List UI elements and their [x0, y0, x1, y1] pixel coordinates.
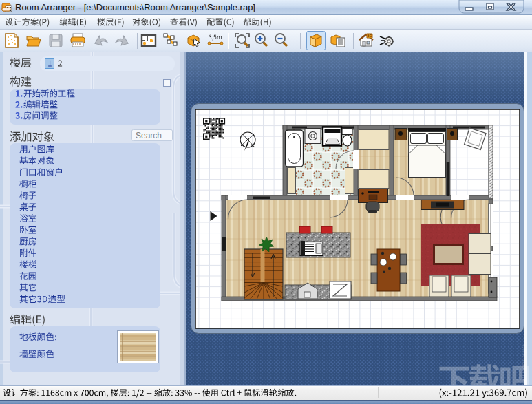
svg-text:Search: Search — [136, 131, 162, 140]
svg-text:www.xiazaiba.com: www.xiazaiba.com — [520, 343, 527, 385]
svg-text:3D: 3D — [368, 34, 372, 38]
